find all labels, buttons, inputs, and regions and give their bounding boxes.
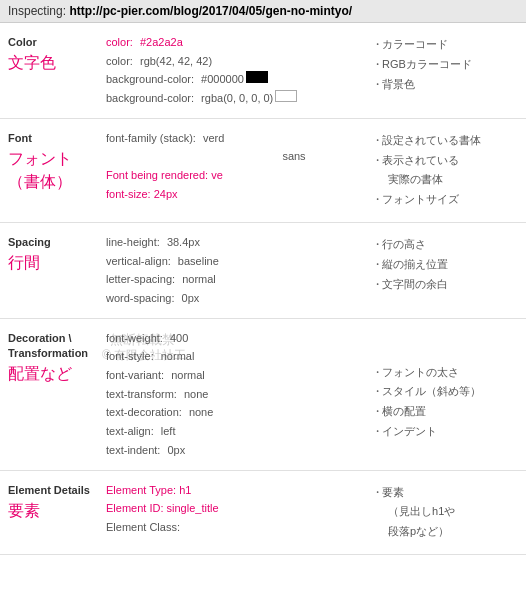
deco-prop-6: text-align: left	[106, 422, 360, 441]
element-key-3: Element Class:	[106, 518, 180, 537]
spacing-label-en: Spacing	[8, 235, 92, 250]
deco-key-1: font-weight:	[106, 329, 163, 348]
deco-prop-5: text-decoration: none	[106, 403, 360, 422]
element-note-1: 要素 （見出しh1や 段落pなど）	[372, 483, 520, 542]
element-label-en: Element Details	[8, 483, 92, 498]
spacing-section: Spacing 行間 line-height: 38.4px vertical-…	[0, 223, 526, 319]
color-label-jp: 文字色	[8, 52, 92, 74]
spacing-prop-2: vertical-align: baseline	[106, 252, 360, 271]
color-val-4: rgba(0, 0, 0, 0)	[198, 89, 273, 108]
deco-note-3: 横の配置	[372, 402, 520, 422]
white-swatch	[275, 90, 297, 102]
color-prop-3: background-color: #000000	[106, 70, 360, 89]
deco-val-4: none	[181, 385, 209, 404]
element-key-1: Element Type:	[106, 481, 176, 500]
deco-key-3: font-variant:	[106, 366, 164, 385]
color-section-middle: color: #2a2a2a color: rgb(42, 42, 42) ba…	[100, 31, 366, 110]
element-val-2: single_title	[163, 499, 218, 518]
deco-note-2: スタイル（斜め等）	[372, 382, 520, 402]
color-prop-2: color: rgb(42, 42, 42)	[106, 52, 360, 71]
color-prop-4: background-color: rgba(0, 0, 0, 0)	[106, 89, 360, 108]
color-label-en: Color	[8, 35, 92, 50]
font-key-3: font-size:	[106, 185, 151, 204]
font-key-2: Font being rendered:	[106, 166, 211, 185]
decoration-label-en: Decoration \Transformation	[8, 331, 92, 362]
spacing-note-2: 縦の揃え位置	[372, 255, 520, 275]
element-section-right: 要素 （見出しh1や 段落pなど）	[366, 479, 526, 546]
element-prop-2: Element ID: single_title	[106, 499, 360, 518]
color-key-1: color:	[106, 33, 133, 52]
deco-val-7: 0px	[164, 441, 185, 460]
font-note-1: 設定されている書体	[372, 131, 520, 151]
deco-prop-7: text-indent: 0px	[106, 441, 360, 460]
font-section-left: Font フォント（書体）	[0, 127, 100, 214]
spacing-section-left: Spacing 行間	[0, 231, 100, 310]
font-label-jp: フォント（書体）	[8, 148, 92, 193]
color-val-3: #000000	[198, 70, 244, 89]
element-prop-1: Element Type: h1	[106, 481, 360, 500]
font-prop-1: font-family (stack): verd sans	[106, 129, 360, 166]
inspecting-label: Inspecting:	[8, 4, 66, 18]
header-bar: Inspecting: http://pc-pier.com/blog/2017…	[0, 0, 526, 23]
deco-key-6: text-align:	[106, 422, 154, 441]
font-prop-2: Font being rendered: ve	[106, 166, 360, 185]
spacing-note-1: 行の高さ	[372, 235, 520, 255]
spacing-val-3: normal	[179, 270, 216, 289]
element-section-left: Element Details 要素	[0, 479, 100, 546]
font-note-2: 表示されている 実際の書体	[372, 151, 520, 191]
deco-note-4: インデント	[372, 422, 520, 442]
decoration-section-left: Decoration \Transformation 配置など	[0, 327, 100, 462]
font-section: Font フォント（書体） font-family (stack): verd …	[0, 119, 526, 223]
spacing-val-1: 38.4px	[164, 233, 200, 252]
font-section-right: 設定されている書体 表示されている 実際の書体 フォントサイズ	[366, 127, 526, 214]
font-prop-3: font-size: 24px	[106, 185, 360, 204]
color-key-2: color:	[106, 52, 133, 71]
black-swatch	[246, 71, 268, 83]
element-section: Element Details 要素 Element Type: h1 Elem…	[0, 471, 526, 555]
deco-val-5: none	[186, 403, 214, 422]
deco-val-2: normal	[158, 347, 195, 366]
font-note-3: フォントサイズ	[372, 190, 520, 210]
element-key-2: Element ID:	[106, 499, 163, 518]
deco-val-6: left	[158, 422, 176, 441]
spacing-section-middle: line-height: 38.4px vertical-align: base…	[100, 231, 366, 310]
font-section-middle: font-family (stack): verd sans Font bein…	[100, 127, 366, 214]
element-prop-3: Element Class:	[106, 518, 360, 537]
color-section: Color 文字色 color: #2a2a2a color: rgb(42, …	[0, 23, 526, 119]
deco-prop-2: font-style: normal	[106, 347, 360, 366]
spacing-section-right: 行の高さ 縦の揃え位置 文字間の余白	[366, 231, 526, 310]
deco-key-4: text-transform:	[106, 385, 177, 404]
font-label-en: Font	[8, 131, 92, 146]
element-label-jp: 要素	[8, 500, 92, 522]
font-key-1: font-family (stack):	[106, 129, 196, 148]
color-section-left: Color 文字色	[0, 31, 100, 110]
font-val-2: ve	[211, 166, 223, 185]
color-prop-1: color: #2a2a2a	[106, 33, 360, 52]
spacing-val-2: baseline	[175, 252, 219, 271]
deco-val-1: 400	[167, 329, 188, 348]
color-key-4: background-color:	[106, 89, 194, 108]
element-val-1: h1	[176, 481, 191, 500]
color-section-right: カラーコード RGBカラーコード 背景色	[366, 31, 526, 110]
spacing-key-4: word-spacing:	[106, 289, 174, 308]
main-content: Color 文字色 color: #2a2a2a color: rgb(42, …	[0, 23, 526, 555]
spacing-prop-4: word-spacing: 0px	[106, 289, 360, 308]
font-val-3: 24px	[151, 185, 178, 204]
spacing-val-4: 0px	[178, 289, 199, 308]
decoration-section-middle: 無断転載禁 © 有限会社社工 font-weight: 400 font-sty…	[100, 327, 366, 462]
color-val-1: #2a2a2a	[137, 33, 183, 52]
deco-key-2: font-style:	[106, 347, 154, 366]
inspecting-url: http://pc-pier.com/blog/2017/04/05/gen-n…	[69, 4, 352, 18]
deco-note-1: フォントの太さ	[372, 363, 520, 383]
decoration-section-right: フォントの太さ スタイル（斜め等） 横の配置 インデント	[366, 327, 526, 462]
deco-prop-3: font-variant: normal	[106, 366, 360, 385]
spacing-prop-1: line-height: 38.4px	[106, 233, 360, 252]
deco-prop-4: text-transform: none	[106, 385, 360, 404]
spacing-key-3: letter-spacing:	[106, 270, 175, 289]
spacing-key-2: vertical-align:	[106, 252, 171, 271]
color-key-3: background-color:	[106, 70, 194, 89]
color-note-3: 背景色	[372, 75, 520, 95]
decoration-section: Decoration \Transformation 配置など 無断転載禁 © …	[0, 319, 526, 471]
color-val-2: rgb(42, 42, 42)	[137, 52, 212, 71]
color-note-2: RGBカラーコード	[372, 55, 520, 75]
